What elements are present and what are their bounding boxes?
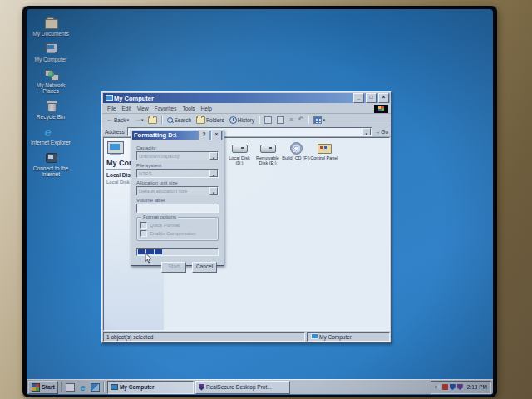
file-label: Build_CD (F:) [282,155,309,160]
go-button[interactable]: → Go [375,129,388,135]
file-label: Local Disk (D:) [225,155,254,165]
quick-launch-icon [91,383,100,392]
desktop-icon-label: My Network Places [28,82,73,94]
folders-button[interactable]: Folders [195,116,226,125]
file-label: Removable Disk (E:) [254,155,282,165]
quick-launch-internet-explorer[interactable]: e [77,382,88,392]
enable-compression-checkbox [140,230,147,237]
back-label: Back [114,117,126,123]
tray-icon-red[interactable] [442,384,448,390]
forward-button[interactable]: → ▾ [132,116,145,124]
back-button[interactable]: ← Back ▾ [105,116,131,124]
menu-edit[interactable]: Edit [119,105,133,112]
tray-icon-purple-shield[interactable] [457,384,463,390]
menu-view[interactable]: View [135,105,151,112]
task-button-realsecure[interactable]: RealSecure Desktop Prot... [195,381,290,394]
status-zone: My Computer [307,332,390,342]
my-documents-icon [44,17,58,29]
windows-flag-icon [32,383,40,392]
desktop-icon-my-computer[interactable]: My Computer [28,42,73,62]
desktop-icon-my-documents[interactable]: My Documents [28,17,73,37]
close-button[interactable]: × [378,93,389,103]
folders-label: Folders [206,117,224,123]
move-to-icon [264,116,272,124]
show-desktop-icon [66,383,75,392]
menu-tools[interactable]: Tools [180,105,197,112]
copy-to-button[interactable] [275,116,286,125]
start-button-taskbar[interactable]: Start [28,381,58,394]
volume-icon[interactable] [435,384,441,390]
address-dropdown-button[interactable]: ▾ [362,128,371,135]
crt-screen: My Documents My Computer My Network Plac… [22,6,497,397]
desktop-icon-label: Connect to the Internet [28,165,73,177]
my-computer-icon [44,42,58,55]
desktop-icon-label: Internet Explorer [31,140,71,145]
delete-button[interactable]: × [288,116,295,124]
search-button[interactable]: Search [165,116,193,124]
window-titlebar[interactable]: My Computer _ □ × [103,93,390,103]
status-computer-icon [310,333,318,340]
tray-icon-blue-shield[interactable] [450,384,456,390]
allocation-label: Allocation unit size [136,180,219,185]
views-icon [313,116,322,124]
desktop-icon-internet-explorer[interactable]: e Internet Explorer [28,126,73,145]
allocation-combobox: Default allocation size ▾ [136,186,219,195]
dialog-titlebar[interactable]: Formatting D:\ ? × [132,131,223,140]
volume-label-input[interactable] [136,204,219,213]
search-icon [167,117,173,123]
history-icon [229,116,237,124]
menu-help[interactable]: Help [199,105,214,112]
forward-dropdown-icon[interactable]: ▾ [141,117,144,122]
internet-explorer-icon: e [80,383,85,392]
monitor-bezel: My Documents My Computer My Network Plac… [0,0,532,399]
menu-file[interactable]: File [105,105,118,112]
go-label: Go [381,129,388,135]
taskbar: Start e My Computer RealSecure Desktop P… [27,379,493,394]
menu-favorites[interactable]: Favorites [152,105,180,112]
folders-icon [196,116,205,124]
file-label: Control Panel [310,155,337,160]
quick-format-option: Quick Format [140,222,214,229]
toolbar-separator [161,116,163,124]
maximize-button[interactable]: □ [366,93,377,103]
taskbar-divider [61,382,62,392]
file-local-disk-d[interactable]: Local Disk (D:) [225,142,254,165]
mouse-cursor [145,252,152,267]
system-tray: 2:13 PM [431,381,491,394]
back-dropdown-icon[interactable]: ▾ [126,117,129,122]
capacity-dropdown-icon: ▾ [209,152,218,160]
taskbar-divider [103,382,105,392]
file-removable-disk-e[interactable]: Removable Disk (E:) [254,142,282,165]
history-button[interactable]: History [228,116,256,125]
up-button[interactable] [146,116,159,125]
file-control-panel[interactable]: Control Panel [310,142,338,160]
dialog-help-button[interactable]: ? [199,131,209,140]
status-selection: 1 object(s) selected [103,332,305,342]
desktop-icon-connect-internet[interactable]: Connect to the Internet [28,151,73,177]
up-folder-icon [148,116,157,124]
desktop-icon-my-network-places[interactable]: My Network Places [28,68,73,94]
minimize-button[interactable]: _ [353,93,364,103]
status-bar: 1 object(s) selected My Computer [102,331,391,342]
realsecure-shield-icon [199,384,204,391]
copy-to-icon [277,116,284,124]
views-button[interactable]: ▾ [312,116,327,125]
clock: 2:13 PM [467,384,487,390]
task-button-my-computer[interactable]: My Computer [107,381,194,394]
file-build-cd-f[interactable]: Build_CD (F:) [282,142,310,160]
move-to-button[interactable] [263,116,273,125]
dialog-close-button[interactable]: × [211,131,222,140]
capacity-label: Capacity: [136,145,219,150]
toolbar-separator [308,116,309,124]
cancel-button[interactable]: Cancel [192,262,217,273]
format-options-label: Format options [141,214,178,219]
undo-button[interactable]: ↶ [297,116,306,124]
desktop-icon-recycle-bin[interactable]: Recycle Bin [28,100,73,120]
quick-launch-item-3[interactable] [90,382,101,392]
quick-launch-show-desktop[interactable] [65,382,76,392]
volume-label: Volume label [136,198,219,203]
connect-internet-icon [44,151,58,164]
menu-bar: File Edit View Favorites Tools Help [102,104,391,114]
dialog-title: Formatting D:\ [134,131,197,139]
format-options-group: Format options Quick Format Enable Compr… [136,217,219,241]
